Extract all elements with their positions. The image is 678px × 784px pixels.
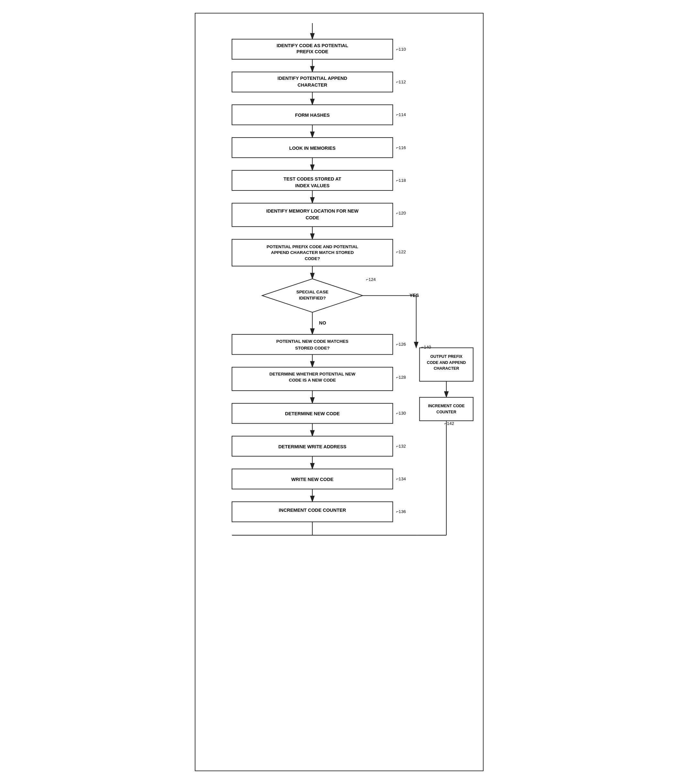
label-118: TEST CODES STORED AT — [283, 176, 341, 182]
ref-116: ⌐116 — [396, 145, 406, 150]
ref-120: ⌐120 — [396, 211, 406, 215]
label-122a: POTENTIAL PREFIX CODE AND POTENTIAL — [267, 244, 358, 249]
label-118b: INDEX VALUES — [295, 183, 329, 188]
label-126b: STORED CODE? — [295, 346, 329, 350]
label-128a: DETERMINE WHETHER POTENTIAL NEW — [269, 372, 355, 376]
label-110b: PREFIX CODE — [296, 49, 328, 54]
label-140a: OUTPUT PREFIX — [430, 354, 462, 359]
label-116: LOOK IN MEMORIES — [289, 146, 336, 151]
ref-132: ⌐132 — [396, 444, 406, 449]
ref-128: ⌐128 — [396, 375, 406, 380]
label-110: IDENTIFY CODE AS POTENTIAL — [276, 43, 348, 48]
label-124a: SPECIAL CASE — [296, 289, 328, 294]
label-142b: COUNTER — [436, 410, 456, 414]
outer-border: IDENTIFY CODE AS POTENTIAL PREFIX CODE ⌐… — [195, 13, 483, 771]
ref-114: ⌐114 — [396, 112, 406, 117]
page-container: IDENTIFY CODE AS POTENTIAL PREFIX CODE ⌐… — [195, 6, 483, 778]
label-120b: CODE — [305, 215, 319, 220]
label-126a: POTENTIAL NEW CODE MATCHES — [276, 339, 349, 344]
ref-136: ⌐136 — [396, 509, 406, 514]
ref-110: ⌐110 — [396, 47, 406, 51]
box-142 — [419, 397, 473, 421]
ref-118: ⌐118 — [396, 178, 406, 183]
ref-130: ⌐130 — [396, 411, 406, 415]
label-140b: CODE AND APPEND — [427, 361, 466, 365]
box-126 — [232, 334, 393, 355]
label-142a: INCREMENT CODE — [428, 404, 464, 408]
label-132: DETERMINE WRITE ADDRESS — [278, 444, 346, 449]
label-136a: INCREMENT CODE COUNTER — [279, 508, 346, 513]
flowchart-svg: IDENTIFY CODE AS POTENTIAL PREFIX CODE ⌐… — [202, 23, 477, 760]
ref-140: ⌐140 — [421, 345, 431, 350]
label-120: IDENTIFY MEMORY LOCATION FOR NEW — [266, 208, 358, 213]
label-122c: CODE? — [304, 256, 320, 261]
label-134: WRITE NEW CODE — [291, 477, 334, 482]
label-128b: CODE IS A NEW CODE — [289, 378, 336, 383]
ref-134: ⌐134 — [396, 476, 406, 481]
label-122b: APPEND CHARACTER MATCH STORED — [271, 250, 354, 255]
label-124b: IDENTIFIED? — [299, 296, 326, 300]
ref-122: ⌐122 — [396, 249, 406, 254]
ref-112: ⌐112 — [396, 79, 406, 84]
label-112b: CHARACTER — [298, 82, 327, 87]
label-112: IDENTIFY POTENTIAL APPEND — [277, 76, 347, 81]
ref-126: ⌐126 — [396, 342, 406, 347]
ref-124: ⌐124 — [366, 277, 376, 282]
ref-142: ⌐142 — [444, 421, 454, 426]
label-130: DETERMINE NEW CODE — [285, 411, 340, 416]
box-112 — [232, 72, 393, 92]
label-114: FORM HASHES — [295, 112, 329, 118]
label-140c: CHARACTER — [433, 366, 459, 371]
no-label: NO — [319, 320, 326, 325]
